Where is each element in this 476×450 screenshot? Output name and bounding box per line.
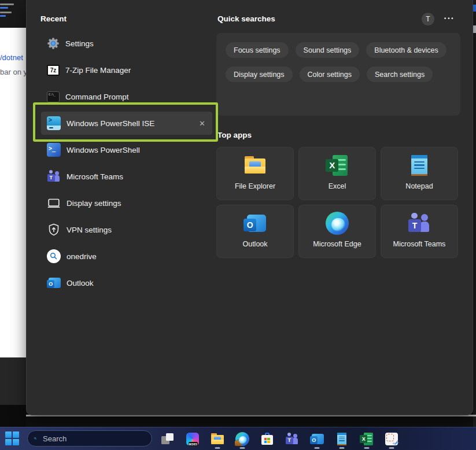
recent-item-display-settings[interactable]: Display settings (41, 191, 212, 215)
taskbar-task-view-button[interactable] (158, 429, 177, 449)
background-text-bar (0, 12, 12, 13)
top-app-teams[interactable]: T Microsoft Teams (381, 205, 458, 258)
taskbar-icons: M365 (158, 429, 401, 449)
quick-searches-title: Quick searches (217, 14, 275, 23)
top-app-notepad[interactable]: Notepad (381, 147, 458, 200)
start-button-windows-icon[interactable] (5, 431, 19, 445)
top-app-label: Notepad (405, 182, 433, 190)
recent-item-label: Command Prompt (65, 93, 129, 101)
recent-section-title: Recent (40, 14, 67, 23)
background-text-bar-blue (0, 15, 6, 17)
search-icon (34, 434, 37, 443)
top-app-edge[interactable]: Microsoft Edge (298, 205, 376, 258)
running-indicator (315, 447, 320, 449)
background-window-left: /dotnet bar on y (0, 0, 26, 427)
screen: /dotnet bar on y Recent (0, 0, 476, 450)
background-window-right (473, 0, 476, 427)
running-indicator (215, 447, 220, 449)
search-history-icon (47, 249, 61, 263)
recent-list: Settings 7z 7-Zip File Manager C:\_ Comm… (41, 32, 212, 294)
background-snippet: bar on y (0, 68, 26, 76)
running-indicator (340, 447, 345, 449)
running-indicator (240, 447, 245, 449)
taskbar-notepad-button[interactable] (333, 429, 351, 449)
taskbar-file-explorer-button[interactable] (208, 429, 227, 449)
background-text-bar-blue (0, 7, 8, 9)
top-apps-grid: File Explorer X Excel Notepad (216, 147, 458, 258)
recent-item-label: Settings (65, 39, 94, 48)
m365-copilot-icon: M365 (186, 433, 199, 445)
taskbar-edge-button[interactable] (233, 429, 252, 449)
recent-item-outlook[interactable]: O Outlook (41, 271, 212, 294)
top-app-label: File Explorer (235, 182, 275, 190)
top-app-label: Outlook (242, 240, 267, 248)
notepad-icon (408, 154, 431, 177)
taskbar-outlook-button[interactable]: O (308, 429, 326, 449)
top-app-outlook[interactable]: O Outlook (216, 205, 294, 258)
excel-icon: X (326, 154, 349, 177)
edge-icon (326, 212, 349, 235)
taskbar-m365-copilot-button[interactable]: M365 (183, 429, 202, 449)
search-input[interactable] (42, 434, 146, 444)
teams-icon: T (285, 432, 299, 446)
edge-icon (235, 432, 249, 446)
chip-color-settings[interactable]: Color settings (300, 67, 360, 82)
work-profile-briefcase-badge (235, 441, 242, 446)
microsoft-store-icon (260, 432, 274, 446)
recent-item-onedrive-search[interactable]: onedrive (41, 245, 212, 268)
top-app-file-explorer[interactable]: File Explorer (216, 147, 294, 200)
background-text-bar (0, 3, 14, 5)
display-icon (47, 196, 61, 210)
recent-item-label: Outlook (67, 279, 94, 287)
recent-item-label: Display settings (67, 199, 121, 208)
taskbar-store-button[interactable] (258, 429, 276, 449)
outlook-icon: O (310, 432, 324, 446)
taskbar: M365 (0, 427, 476, 450)
chip-focus-settings[interactable]: Focus settings (226, 42, 289, 58)
recent-item-teams[interactable]: T Microsoft Teams (41, 165, 212, 188)
taskbar-excel-button[interactable]: X (357, 429, 376, 449)
background-window-header (0, 0, 26, 28)
teams-icon: T (408, 212, 431, 235)
taskbar-teams-button[interactable]: T (283, 429, 301, 449)
account-avatar[interactable]: T (422, 13, 434, 25)
recent-item-7zip[interactable]: 7z 7-Zip File Manager (41, 58, 212, 82)
background-footer-band (0, 357, 26, 405)
recent-item-label: VPN settings (67, 226, 112, 234)
recent-item-powershell[interactable]: >_ Windows PowerShell (41, 138, 212, 161)
powershell-icon: >_ (47, 143, 61, 157)
7zip-icon: 7z (47, 65, 60, 76)
taskbar-search-box[interactable] (27, 430, 152, 447)
chip-bluetooth-devices[interactable]: Bluetooth & devices (366, 42, 447, 58)
running-indicator (389, 447, 394, 449)
chip-display-settings[interactable]: Display settings (226, 67, 293, 82)
top-app-label: Microsoft Edge (313, 240, 361, 248)
annotation-highlight-box (33, 102, 218, 142)
top-apps-title: Top apps (217, 131, 252, 139)
background-fragment (473, 5, 476, 12)
recent-item-label: Windows PowerShell (67, 146, 140, 154)
recent-item-label: Microsoft Teams (67, 172, 123, 181)
chip-search-settings[interactable]: Search settings (367, 67, 433, 82)
snipping-tool-icon: ✂ (385, 432, 398, 446)
running-indicator (364, 447, 370, 449)
teams-icon: T (47, 169, 61, 183)
taskbar-snipping-tool-button[interactable]: ✂ (382, 429, 401, 449)
chip-sound-settings[interactable]: Sound settings (296, 42, 360, 58)
more-options-button[interactable]: ••• (444, 16, 455, 21)
quick-searches-card: Focus settings Sound settings Bluetooth … (216, 33, 460, 116)
task-view-icon (161, 432, 175, 446)
file-explorer-icon (243, 154, 267, 177)
recent-item-label: onedrive (67, 252, 97, 261)
top-app-label: Microsoft Teams (393, 240, 446, 248)
file-explorer-icon (211, 432, 224, 446)
outlook-icon: O (47, 276, 61, 290)
command-prompt-icon: C:\_ (47, 91, 60, 102)
excel-icon: X (360, 432, 374, 446)
top-app-label: Excel (329, 182, 346, 190)
recent-item-settings[interactable]: Settings (41, 32, 212, 55)
search-flyout-panel: Recent Sett (26, 0, 473, 415)
outlook-icon: O (243, 212, 267, 235)
top-app-excel[interactable]: X Excel (298, 147, 376, 200)
recent-item-vpn-settings[interactable]: VPN settings (41, 218, 212, 241)
